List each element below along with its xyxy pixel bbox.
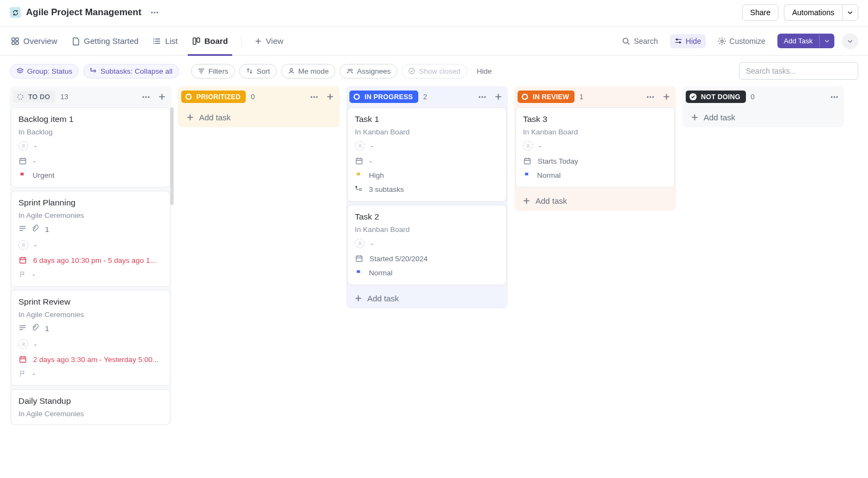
task-meta-text: Started 5/20/2024 xyxy=(369,255,427,263)
customize-button[interactable]: Customize xyxy=(713,34,770,48)
calendar-icon xyxy=(355,254,363,263)
chip-group[interactable]: Group: Status xyxy=(10,64,79,79)
person-icon xyxy=(523,141,533,151)
viewbar-actions: Search Hide Customize Add Task xyxy=(617,33,858,49)
calendar-icon xyxy=(355,157,363,165)
chip-sort[interactable]: Sort xyxy=(239,64,277,79)
customize-label: Customize xyxy=(730,37,765,46)
status-pill[interactable]: NOT DOING xyxy=(686,91,746,103)
scrollbar[interactable] xyxy=(170,107,174,205)
board: TO DO 13 Backlog item 1 In Backlog --Urg… xyxy=(0,86,868,435)
column-header: NOT DOING 0 xyxy=(682,86,844,107)
status-name: IN PROGRESS xyxy=(365,93,413,101)
column-count: 0 xyxy=(251,93,254,101)
subtask-icon xyxy=(355,185,363,193)
task-location: In Kanban Board xyxy=(523,128,667,136)
column-header-left: TO DO 13 xyxy=(13,91,68,103)
chip-subtasks[interactable]: Subtasks: Collapse all xyxy=(83,64,179,79)
task-meta-text: Normal xyxy=(537,171,561,179)
chip-subtasks-label: Subtasks: Collapse all xyxy=(100,67,173,75)
column-add-icon[interactable] xyxy=(325,92,335,102)
task-meta-text: - xyxy=(369,157,372,165)
task-meta-text: High xyxy=(369,171,384,179)
task-meta-text: - xyxy=(371,142,373,150)
chip-filters[interactable]: Filters xyxy=(191,64,235,79)
column-count: 2 xyxy=(423,93,427,101)
viewbar: Overview Getting Started List Board View… xyxy=(0,27,868,56)
tab-list[interactable]: List xyxy=(151,27,178,55)
task-meta-row: Normal xyxy=(355,268,499,278)
status-pill[interactable]: IN PROGRESS xyxy=(349,91,418,103)
add-task-dropdown[interactable] xyxy=(819,35,834,47)
add-view-label: View xyxy=(266,36,283,46)
status-pill[interactable]: IN REVIEW xyxy=(518,91,575,103)
calendar-icon xyxy=(18,256,27,264)
column-more-icon[interactable] xyxy=(645,92,656,102)
task-meta-row: - xyxy=(18,156,163,166)
automations-button[interactable]: Automations xyxy=(784,4,842,21)
column-add-icon[interactable] xyxy=(493,92,503,102)
task-card[interactable]: Sprint Review In Agile Ceremonies 1-2 da… xyxy=(11,290,170,386)
task-card[interactable]: Task 2 In Kanban Board -Started 5/20/202… xyxy=(347,205,507,285)
automations-dropdown[interactable] xyxy=(842,4,858,21)
column-header-left: PRIORITIZED 0 xyxy=(181,91,255,103)
add-task-row[interactable]: Add task xyxy=(515,191,675,211)
add-task-label: Add task xyxy=(367,294,399,303)
column-more-icon[interactable] xyxy=(309,92,320,102)
task-meta-row: Starts Today xyxy=(523,156,667,166)
add-task-button[interactable]: Add Task xyxy=(777,34,819,48)
share-button[interactable]: Share xyxy=(742,4,778,21)
task-card[interactable]: Sprint Planning In Agile Ceremonies 1-6 … xyxy=(11,191,170,287)
hide-button[interactable]: Hide xyxy=(670,34,706,48)
task-meta-row: - xyxy=(18,338,163,350)
column-header: TO DO 13 xyxy=(10,86,171,107)
task-card[interactable]: Task 1 In Kanban Board --High3 subtasks xyxy=(347,107,507,202)
app-icon xyxy=(10,7,21,18)
expand-button[interactable] xyxy=(842,33,858,49)
search-tasks-field[interactable] xyxy=(745,66,852,76)
status-name: NOT DOING xyxy=(701,93,741,101)
hide-filters-link[interactable]: Hide xyxy=(471,64,497,78)
column-add-icon[interactable] xyxy=(661,92,672,102)
tab-list-label: List xyxy=(165,36,177,46)
add-task-row[interactable]: Add task xyxy=(179,107,339,127)
task-meta-text: - xyxy=(34,340,37,348)
column-header: IN REVIEW 1 xyxy=(514,86,676,107)
task-title: Task 3 xyxy=(523,114,667,124)
task-title: Sprint Planning xyxy=(18,198,163,208)
add-view-button[interactable]: View xyxy=(253,27,284,55)
task-meta-text: - xyxy=(539,142,541,150)
task-location: In Kanban Board xyxy=(355,225,499,234)
add-task-row[interactable]: Add task xyxy=(347,288,507,308)
add-task-row[interactable]: Add task xyxy=(684,107,843,127)
task-meta-text: - xyxy=(34,241,37,249)
task-card[interactable]: Backlog item 1 In Backlog --Urgent xyxy=(11,107,170,188)
more-icon[interactable] xyxy=(147,6,162,19)
task-meta-row: - xyxy=(18,140,163,152)
tab-overview-label: Overview xyxy=(23,36,58,46)
tab-getting-started[interactable]: Getting Started xyxy=(71,27,140,55)
task-card[interactable]: Task 3 In Kanban Board -Starts TodayNorm… xyxy=(515,107,675,188)
task-meta-text: - xyxy=(33,270,35,279)
column-more-icon[interactable] xyxy=(477,92,488,102)
docattach-icon xyxy=(18,224,39,234)
column-header: IN PROGRESS 2 xyxy=(346,86,508,107)
chip-assignees[interactable]: Assignees xyxy=(340,64,397,79)
filterbar-left: Group: Status Subtasks: Collapse all Fil… xyxy=(10,64,497,79)
tab-overview[interactable]: Overview xyxy=(10,27,59,55)
search-tasks-input[interactable] xyxy=(739,62,858,80)
task-title: Daily Standup xyxy=(18,396,163,406)
column-more-icon[interactable] xyxy=(141,92,151,102)
column-actions xyxy=(309,92,335,102)
status-pill[interactable]: TO DO xyxy=(13,91,55,103)
status-pill[interactable]: PRIORITIZED xyxy=(181,91,246,103)
chip-me-mode[interactable]: Me mode xyxy=(281,64,335,79)
search-button[interactable]: Search xyxy=(617,34,662,48)
column-add-icon[interactable] xyxy=(157,92,167,102)
tab-board[interactable]: Board xyxy=(191,27,229,55)
chip-show-closed[interactable]: Show closed xyxy=(401,64,467,79)
task-meta-text: 1 xyxy=(45,325,49,333)
column-more-icon[interactable] xyxy=(829,92,840,102)
topbar-left: Agile Project Management xyxy=(10,6,162,19)
task-card[interactable]: Daily Standup In Agile Ceremonies xyxy=(11,389,170,425)
